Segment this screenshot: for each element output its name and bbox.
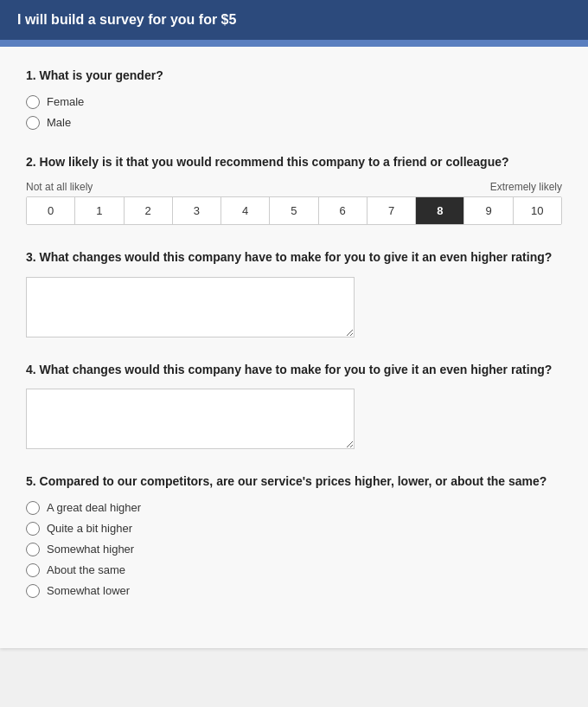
- scale-cell-2[interactable]: 2: [125, 197, 173, 224]
- radio-input-5-3[interactable]: [26, 563, 40, 577]
- question-block-3: 3. What changes would this company have …: [26, 249, 562, 337]
- survey-title: I will build a survey for you for $5: [17, 12, 236, 27]
- radio-option-5-0[interactable]: A great deal higher: [26, 501, 562, 515]
- radio-label-5-0: A great deal higher: [47, 501, 141, 514]
- scale-cell-4[interactable]: 4: [221, 197, 270, 224]
- radio-option-1-1[interactable]: Male: [26, 116, 562, 130]
- question-block-1: 1. What is your gender?FemaleMale: [26, 67, 562, 130]
- scale-cell-1[interactable]: 1: [75, 197, 124, 224]
- radio-option-5-1[interactable]: Quite a bit higher: [26, 522, 562, 536]
- radio-input-5-0[interactable]: [26, 501, 40, 515]
- scale-cell-0[interactable]: 0: [27, 197, 75, 224]
- radio-option-5-3[interactable]: About the same: [26, 563, 562, 577]
- radio-option-1-0[interactable]: Female: [26, 95, 562, 109]
- radio-input-5-4[interactable]: [26, 584, 40, 598]
- question-label-4: 4. What changes would this company have …: [26, 362, 562, 379]
- radio-option-5-2[interactable]: Somewhat higher: [26, 543, 562, 556]
- question-label-5: 5. Compared to our competitors, are our …: [26, 473, 562, 491]
- question-block-4: 4. What changes would this company have …: [26, 362, 562, 450]
- scale-cell-8[interactable]: 8: [416, 197, 464, 224]
- radio-option-5-4[interactable]: Somewhat lower: [26, 584, 562, 598]
- scale-cell-6[interactable]: 6: [319, 197, 368, 224]
- textarea-4[interactable]: [26, 389, 355, 449]
- radio-input-1-0[interactable]: [26, 95, 40, 109]
- survey-container: I will build a survey for you for $5 1. …: [0, 0, 588, 648]
- scale-row-2: 012345678910: [26, 196, 562, 225]
- question-label-2: 2. How likely is it that you would recom…: [26, 154, 562, 171]
- scale-cell-3[interactable]: 3: [173, 197, 221, 224]
- survey-header: I will build a survey for you for $5: [0, 0, 588, 40]
- radio-label-1-0: Female: [47, 95, 84, 108]
- radio-label-5-1: Quite a bit higher: [47, 522, 132, 535]
- question-block-5: 5. Compared to our competitors, are our …: [26, 473, 562, 598]
- scale-labels-2: Not at all likelyExtremely likely: [26, 181, 562, 193]
- scale-cell-5[interactable]: 5: [270, 197, 318, 224]
- textarea-3[interactable]: [26, 277, 355, 337]
- scale-cell-10[interactable]: 10: [514, 197, 561, 224]
- scale-cell-7[interactable]: 7: [368, 197, 416, 224]
- radio-input-5-2[interactable]: [26, 543, 40, 556]
- radio-input-1-1[interactable]: [26, 116, 40, 130]
- radio-label-1-1: Male: [47, 116, 71, 129]
- question-block-2: 2. How likely is it that you would recom…: [26, 154, 562, 226]
- radio-label-5-4: Somewhat lower: [47, 584, 130, 597]
- radio-input-5-1[interactable]: [26, 522, 40, 536]
- radio-label-5-3: About the same: [47, 563, 125, 576]
- radio-label-5-2: Somewhat higher: [47, 543, 134, 556]
- blue-accent-bar: [0, 40, 588, 47]
- scale-min-label: Not at all likely: [26, 181, 93, 193]
- scale-max-label: Extremely likely: [490, 181, 562, 193]
- question-label-1: 1. What is your gender?: [26, 67, 562, 85]
- question-label-3: 3. What changes would this company have …: [26, 249, 562, 267]
- scale-cell-9[interactable]: 9: [464, 197, 513, 224]
- survey-body: 1. What is your gender?FemaleMale2. How …: [0, 47, 588, 648]
